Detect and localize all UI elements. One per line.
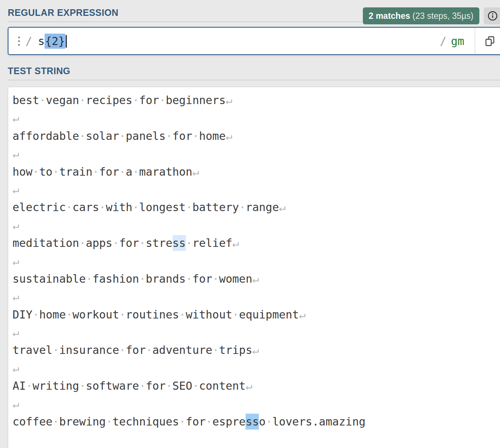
newline-icon: ↵: [13, 397, 19, 410]
space-dot: ·: [139, 237, 146, 249]
space-dot: ·: [139, 272, 146, 285]
test-section-title: TEST STRING: [8, 65, 500, 77]
space-dot: ·: [106, 415, 112, 428]
space-dot: ·: [52, 344, 59, 356]
newline-icon: ↵: [279, 201, 286, 214]
match-steps-text: (23 steps, 35µs): [410, 11, 473, 21]
regex-flags[interactable]: gm: [451, 35, 464, 48]
space-dot: ·: [52, 415, 59, 428]
test-string-line: affordable·solar·panels·for·home↵: [13, 127, 499, 145]
space-dot: ·: [119, 165, 126, 178]
test-string-text: apps: [86, 237, 112, 249]
match-highlight: ss: [246, 414, 259, 430]
test-string-line: ↵: [13, 359, 499, 377]
regex-section-header: REGULAR EXPRESSION 2 matches (23 steps, …: [8, 7, 500, 18]
copy-button[interactable]: [484, 35, 496, 47]
newline-icon: ↵: [13, 183, 19, 196]
space-dot: ·: [186, 237, 192, 249]
test-string-text: solar: [86, 130, 119, 142]
test-section-header: TEST STRING: [8, 65, 500, 77]
test-string-text: for: [186, 415, 206, 428]
test-string-line: sustainable·fashion·brands·for·women↵: [13, 270, 499, 288]
test-string-text: without: [186, 308, 232, 321]
space-dot: ·: [179, 308, 186, 321]
test-string-text: content: [199, 379, 246, 392]
test-header-divider: [8, 80, 500, 80]
test-string-text: espre: [212, 415, 246, 428]
space-dot: ·: [79, 237, 86, 249]
test-string-text: relief: [192, 237, 232, 249]
test-string-text: for: [126, 344, 146, 356]
test-string-text: workout: [73, 308, 119, 321]
test-string-text: cars: [73, 201, 99, 214]
info-button[interactable]: [484, 7, 500, 24]
space-dot: ·: [119, 308, 126, 321]
test-string-text: affordable: [13, 130, 79, 142]
space-dot: ·: [26, 379, 32, 392]
input-divider: [475, 28, 475, 54]
test-string-text: with: [106, 201, 132, 214]
test-string-text: adventure: [152, 344, 212, 356]
test-string-text: equipment: [239, 308, 299, 321]
space-dot: ·: [86, 272, 93, 285]
space-dot: ·: [32, 308, 39, 321]
space-dot: ·: [99, 201, 106, 214]
test-string-text: range: [246, 201, 279, 214]
space-dot: ·: [112, 237, 119, 249]
space-dot: ·: [119, 130, 126, 142]
test-string-text: train: [59, 165, 92, 178]
space-dot: ·: [166, 379, 172, 392]
regex-header-divider: [8, 21, 363, 22]
drag-handle-icon[interactable]: [18, 37, 20, 46]
space-dot: ·: [159, 94, 166, 107]
regex-pattern: s{2}: [38, 35, 67, 48]
test-string-line: how·to·train·for·a·marathon↵: [13, 163, 499, 181]
space-dot: ·: [79, 130, 86, 142]
test-string-text: for: [139, 94, 159, 107]
regex-token-quantifier: {2}: [45, 34, 65, 49]
test-string-text: best: [13, 94, 39, 107]
test-string-text: lovers.amazing: [272, 415, 365, 428]
test-string-text: DIY: [13, 308, 32, 321]
copy-icon: [484, 35, 496, 47]
space-dot: ·: [79, 94, 86, 107]
test-string-text: beginners: [166, 94, 226, 107]
space-dot: ·: [132, 165, 139, 178]
match-highlight: ss: [173, 235, 186, 251]
test-string-text: panels: [126, 130, 166, 142]
space-dot: ·: [192, 130, 199, 142]
match-count-badge[interactable]: 2 matches (23 steps, 35µs): [363, 7, 479, 24]
test-string-text: for: [99, 165, 119, 178]
space-dot: ·: [52, 165, 59, 178]
test-string-text: stre: [146, 237, 172, 249]
page: REGULAR EXPRESSION 2 matches (23 steps, …: [0, 0, 500, 448]
test-string-text: for: [146, 379, 166, 392]
space-dot: ·: [32, 165, 39, 178]
space-dot: ·: [265, 415, 272, 428]
test-string-line: ↵: [13, 324, 499, 341]
space-dot: ·: [186, 272, 192, 285]
regex-right-controls: / gm: [440, 28, 496, 54]
newline-icon: ↵: [13, 326, 19, 339]
newline-icon: ↵: [252, 272, 259, 285]
space-dot: ·: [132, 94, 139, 107]
regex-input[interactable]: / s{2} / gm: [8, 27, 500, 55]
test-string-line: ↵: [13, 181, 499, 199]
test-string-editor[interactable]: best·vegan·recipes·for·beginners↵↵afford…: [8, 87, 500, 448]
test-string-text: to: [39, 165, 52, 178]
test-string-line: electric·cars·with·longest·battery·range…: [13, 199, 499, 216]
space-dot: ·: [119, 344, 126, 356]
space-dot: ·: [212, 344, 219, 356]
test-string-text: techniques: [112, 415, 179, 428]
newline-icon: ↵: [226, 130, 232, 142]
test-string-line: ↵: [13, 217, 499, 234]
test-string-text: for: [119, 237, 139, 249]
newline-icon: ↵: [13, 255, 19, 268]
test-string-text: o: [259, 415, 265, 428]
test-string-line: DIY·home·workout·routines·without·equipm…: [13, 306, 499, 324]
test-string-text: vegan: [46, 94, 79, 107]
test-string-text: fashion: [93, 272, 139, 285]
test-string-line: ↵: [13, 109, 499, 127]
test-string-line: coffee·brewing·techniques·for·espresso·l…: [13, 413, 499, 431]
test-string-text: how: [13, 165, 32, 178]
